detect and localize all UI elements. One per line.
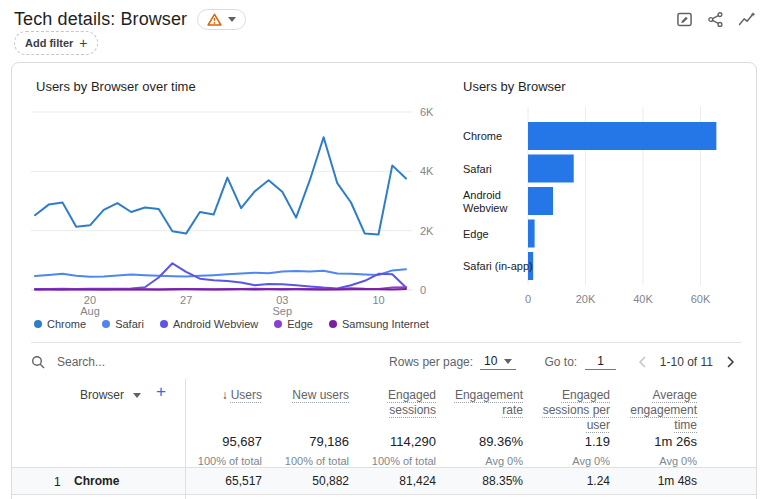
line-chart-title: Users by Browser over time [36, 79, 196, 94]
data-quality-badge[interactable] [197, 9, 246, 30]
metric-column-headers: ↓UsersNew usersEngaged sessionsEngagemen… [191, 384, 713, 433]
legend-dot-icon [102, 320, 110, 328]
column-header-average-engagement-time[interactable]: Average engagement time [626, 384, 713, 433]
legend-dot-icon [160, 320, 168, 328]
report-card: Users by Browser over time 6K4K2K020Aug2… [11, 62, 757, 499]
svg-text:10: 10 [372, 294, 384, 306]
svg-text:27: 27 [180, 294, 192, 306]
column-header-engaged-sessions[interactable]: Engaged sessions [365, 384, 452, 433]
pagination: Rows per page: 10 Go to: 1 1-10 of 11 [389, 354, 743, 370]
legend-item-edge[interactable]: Edge [274, 318, 313, 330]
search-input[interactable] [55, 354, 229, 370]
row-cell: 81,424 [365, 474, 452, 488]
users-by-browser-bar-chart[interactable]: 020K40K60KChromeSafariAndroidWebviewEdge… [453, 101, 753, 313]
column-header-label: Engaged sessions per user [543, 388, 610, 432]
customize-report-button[interactable] [676, 11, 693, 28]
totals-cell: 1.19Avg 0% [539, 434, 626, 467]
legend-item-safari[interactable]: Safari [102, 318, 144, 330]
totals-value: 1m 26s [626, 434, 697, 449]
svg-text:4K: 4K [420, 165, 434, 177]
svg-text:Edge: Edge [463, 228, 489, 240]
svg-text:0: 0 [420, 284, 426, 296]
row-cell: 1m 48s [626, 474, 713, 488]
legend-dot-icon [329, 320, 337, 328]
dimension-select[interactable]: Browser [74, 387, 147, 403]
row-rank: 1 [54, 475, 61, 489]
page-title: Tech details: Browser [14, 9, 187, 30]
totals-cell: 114,290100% of total [365, 434, 452, 467]
add-filter-label: Add filter [25, 37, 73, 49]
svg-text:Webview: Webview [463, 202, 507, 214]
chevron-down-icon [133, 393, 141, 398]
search-icon [31, 355, 45, 369]
goto-label: Go to: [544, 355, 577, 369]
report-header: Tech details: Browser [14, 5, 758, 33]
column-header-label: New users [292, 388, 349, 402]
legend-dot-icon [34, 320, 42, 328]
add-filter-button[interactable]: Add filter + [14, 31, 98, 55]
legend-item-chrome[interactable]: Chrome [34, 318, 86, 330]
users-by-browser-over-time-chart[interactable]: 6K4K2K020Aug2703Sep10 [31, 99, 441, 317]
section-divider [31, 342, 741, 343]
pagination-range: 1-10 of 11 [660, 355, 713, 369]
sort-descending-icon: ↓ [222, 388, 228, 402]
insights-button[interactable] [738, 11, 756, 28]
column-header-new-users[interactable]: New users [278, 384, 365, 433]
svg-text:Sep: Sep [273, 305, 293, 317]
row-browser-name: Chrome [74, 474, 119, 488]
share-report-button[interactable] [707, 11, 724, 28]
totals-subtext: Avg 0% [626, 455, 697, 467]
svg-text:2K: 2K [420, 225, 434, 237]
chart-legend: ChromeSafariAndroid WebviewEdgeSamsung I… [34, 318, 429, 330]
legend-label: Android Webview [173, 318, 258, 330]
column-header-engagement-rate[interactable]: Engagement rate [452, 384, 539, 433]
column-header-label: Average engagement time [630, 388, 697, 432]
svg-text:Safari: Safari [463, 163, 492, 175]
legend-item-samsung-internet[interactable]: Samsung Internet [329, 318, 429, 330]
share-icon [707, 11, 724, 28]
table-row-values: 65,51750,88281,42488.35%1.241m 48s [191, 474, 713, 488]
totals-cell: 95,687100% of total [191, 434, 278, 467]
chevron-right-icon [723, 355, 737, 369]
totals-subtext: Avg 0% [539, 455, 610, 467]
row-cell: 88.35% [452, 474, 539, 488]
totals-subtext: 100% of total [365, 455, 436, 467]
add-column-button[interactable]: + [150, 381, 172, 403]
row-cell: 65,517 [191, 474, 278, 488]
totals-cell: 89.36%Avg 0% [452, 434, 539, 467]
row-cell: 1.24 [539, 474, 626, 488]
rows-per-page-select[interactable]: 10 [480, 354, 516, 370]
svg-text:0: 0 [525, 293, 531, 305]
totals-row: 95,687100% of total79,186100% of total11… [191, 434, 713, 467]
totals-subtext: Avg 0% [452, 455, 523, 467]
legend-item-android-webview[interactable]: Android Webview [160, 318, 258, 330]
chevron-left-icon [636, 355, 650, 369]
previous-page-button[interactable] [636, 355, 650, 369]
svg-text:Android: Android [463, 189, 501, 201]
rows-per-page-label: Rows per page: [389, 355, 473, 369]
totals-value: 79,186 [278, 434, 349, 449]
totals-cell: 1m 26sAvg 0% [626, 434, 713, 467]
column-header-users[interactable]: ↓Users [191, 384, 278, 433]
column-header-label: Engaged sessions [388, 388, 436, 417]
svg-text:Aug: Aug [80, 305, 100, 317]
totals-value: 1.19 [539, 434, 610, 449]
column-header-engaged-sessions-per-user[interactable]: Engaged sessions per user [539, 384, 626, 433]
totals-value: 95,687 [191, 434, 262, 449]
chevron-down-icon [228, 17, 236, 22]
column-header-label: Engagement rate [455, 388, 523, 417]
legend-dot-icon [274, 320, 282, 328]
edit-report-icon [676, 11, 693, 28]
svg-text:20K: 20K [576, 293, 596, 305]
chevron-down-icon [504, 359, 512, 364]
dimension-label: Browser [80, 388, 124, 402]
totals-cell: 79,186100% of total [278, 434, 365, 467]
legend-label: Edge [287, 318, 313, 330]
next-page-button[interactable] [723, 355, 737, 369]
goto-page-input[interactable]: 1 [585, 354, 616, 370]
report-toolbar [676, 11, 758, 28]
column-divider [185, 379, 186, 499]
svg-text:60K: 60K [691, 293, 711, 305]
totals-subtext: 100% of total [278, 455, 349, 467]
totals-value: 89.36% [452, 434, 523, 449]
